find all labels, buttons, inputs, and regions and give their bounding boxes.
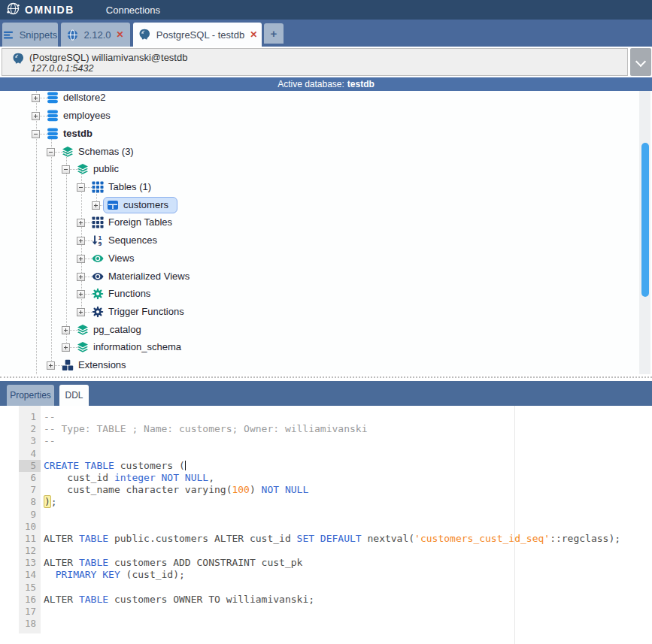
tree-item-label: Functions (108, 285, 150, 303)
menu-connections[interactable]: Connections (106, 5, 160, 16)
expander-minus-icon[interactable] (32, 130, 40, 138)
expander-plus-icon[interactable] (77, 219, 85, 227)
code-token: 100 (232, 484, 249, 495)
tree-item-materialized-views[interactable]: Materialized Views (0, 268, 647, 286)
code-token: ALTER (44, 557, 79, 568)
tab-label: 2.12.0 (83, 29, 111, 41)
expander-plus-icon[interactable] (32, 94, 40, 102)
eye-green-icon (92, 252, 104, 265)
expander-plus-icon[interactable] (62, 326, 70, 334)
line-number: 16 (19, 594, 41, 606)
editor-code-area[interactable]: ---- Type: TABLE ; Name: customers; Owne… (44, 411, 652, 630)
expander-plus-icon[interactable] (77, 290, 85, 298)
code-line-10 (44, 521, 652, 533)
tree-item-label: information_schema (93, 338, 181, 356)
line-number: 5 (19, 460, 41, 472)
expander-plus-icon[interactable] (77, 273, 85, 281)
code-token: NOT NULL (262, 484, 309, 495)
tree-item-dellstore2[interactable]: dellstore2 (0, 91, 647, 107)
ddl-code-editor[interactable]: 123456789101112131415161718 ---- Type: T… (0, 406, 652, 644)
code-line-11: ALTER TABLE public.customers ALTER cust_… (44, 533, 652, 545)
code-token: NOT NULL (162, 472, 209, 483)
postgresql-elephant-icon (11, 52, 25, 68)
code-token: ::regclass); (550, 533, 620, 544)
tree-item-functions[interactable]: Functions (0, 285, 647, 303)
database-icon (47, 92, 59, 104)
line-number: 14 (19, 569, 41, 581)
tree-item-extensions[interactable]: Extensions (0, 356, 647, 374)
tree-item-label: testdb (63, 125, 92, 143)
expander-plus-icon[interactable] (77, 308, 85, 316)
tree-item-views[interactable]: Views (0, 249, 647, 268)
tree-item-label: Tables (1) (108, 178, 151, 196)
line-number: 18 (19, 618, 41, 630)
panel-tab-properties[interactable]: Properties (7, 385, 54, 406)
code-token: , (208, 472, 214, 483)
code-token: customers OWNER TO williamivanski; (108, 594, 314, 605)
tree-item-testdb[interactable]: testdb (0, 125, 647, 143)
expander-plus-icon[interactable] (47, 361, 55, 370)
tree-item-foreign-tables[interactable]: Foreign Tables (0, 213, 647, 231)
tree-item-label: Schemas (3) (78, 143, 134, 161)
tree-item-label: Materialized Views (108, 268, 190, 286)
expander-minus-icon[interactable] (47, 148, 55, 156)
gear-green-icon (92, 288, 104, 300)
new-tab-plus-icon: + (271, 27, 277, 40)
expander-plus-icon[interactable] (62, 343, 70, 352)
tree-item-employees[interactable]: employees (0, 107, 647, 125)
connection-dropdown-button[interactable] (630, 48, 651, 76)
text-cursor (185, 461, 186, 470)
code-token: cust_name character varying( (44, 484, 232, 495)
svg-text:9: 9 (99, 241, 102, 246)
code-line-16: ALTER TABLE customers OWNER TO williamiv… (44, 594, 652, 606)
expander-plus-icon[interactable] (32, 112, 40, 120)
expander-minus-icon[interactable] (77, 183, 85, 192)
expander-minus-icon[interactable] (62, 165, 70, 174)
tree-item-public[interactable]: public (0, 160, 647, 178)
expander-plus-icon[interactable] (92, 201, 100, 210)
tab--[interactable]: + (264, 23, 284, 44)
code-token: cust_id (44, 472, 114, 483)
tree-item-pg-catalog[interactable]: pg_catalog (0, 321, 647, 339)
connection-title: (PostgreSQL) williamivanski@testdb (29, 52, 187, 63)
tree-item-schemas-3-[interactable]: Schemas (3) (0, 143, 647, 161)
tab-2-12-0[interactable]: 2.12.0✕ (61, 23, 130, 47)
tree-item-sequences[interactable]: 19Sequences (0, 231, 647, 249)
tab-snippets[interactable]: Snippets (2, 23, 58, 47)
code-token: nextval( (362, 533, 414, 544)
code-token: ) (44, 495, 51, 508)
detail-panel-tab-bar: PropertiesDDL (0, 381, 652, 406)
line-number: 3 (19, 435, 41, 447)
code-line-1: -- (44, 411, 652, 423)
svg-text:1: 1 (99, 235, 102, 241)
close-tab-icon[interactable]: ✕ (117, 30, 124, 39)
postgresql-icon (11, 52, 25, 65)
tree-item-label: Foreign Tables (108, 213, 172, 231)
close-tab-icon[interactable]: ✕ (250, 30, 257, 39)
tree-item-tables-1-[interactable]: Tables (1) (0, 178, 647, 196)
tab-label: PostgreSQL - testdb (156, 29, 244, 41)
code-token: (cust_id); (120, 569, 185, 580)
code-token: ALTER (44, 533, 79, 544)
code-token (44, 569, 56, 580)
omnidb-globe-logo-icon (6, 2, 20, 19)
code-token: PRIMARY KEY (56, 569, 120, 580)
eye-navy-icon (92, 271, 104, 283)
line-number: 13 (19, 557, 41, 569)
expander-plus-icon[interactable] (77, 255, 85, 263)
active-database-value: testdb (347, 79, 375, 89)
panel-tab-ddl[interactable]: DDL (59, 385, 89, 406)
code-token: ) (250, 484, 262, 495)
tree-item-trigger-functions[interactable]: Trigger Functions (0, 303, 647, 321)
chevron-down-icon (635, 56, 646, 67)
panel-splitter[interactable] (0, 376, 652, 378)
tree-item-information-schema[interactable]: information_schema (0, 338, 647, 356)
expander-plus-icon[interactable] (77, 237, 85, 245)
omnidb-brand[interactable]: OMNIDB (6, 2, 74, 19)
connection-header[interactable]: (PostgreSQL) williamivanski@testdb 127.0… (2, 48, 628, 76)
code-token: TABLE (79, 533, 108, 544)
code-line-3: -- (44, 435, 652, 447)
tree-item-customers[interactable]: customers (0, 196, 647, 214)
tab-postgresql-testdb[interactable]: PostgreSQL - testdb✕ (133, 23, 262, 47)
code-token: integer (114, 472, 156, 483)
